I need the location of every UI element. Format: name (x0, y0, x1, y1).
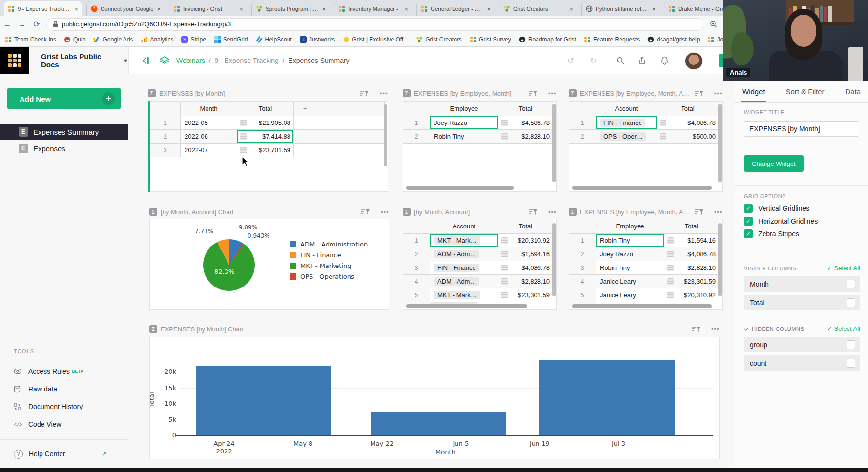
widget-title-input[interactable] (744, 121, 859, 137)
cell[interactable]: $2,828.10 (664, 261, 719, 275)
open-card-icon[interactable] (240, 120, 247, 126)
cell[interactable]: $20,310.92 (664, 288, 719, 302)
doc-switcher[interactable]: Grist Labs Public Docs ▼ (0, 47, 129, 74)
row-number[interactable]: 1 (150, 116, 181, 130)
add-column-button[interactable]: + (294, 102, 316, 116)
bookmark-item[interactable]: SStripe (181, 36, 206, 43)
column-checkbox[interactable] (847, 280, 855, 288)
cell[interactable]: Robin Tiny (596, 234, 664, 247)
widget-menu-icon[interactable]: ••• (381, 208, 389, 216)
column-pill-group[interactable]: group (744, 337, 860, 352)
search-icon[interactable] (616, 56, 627, 67)
column-header[interactable]: Total (498, 102, 553, 116)
bookmark-item[interactable]: dsagal/grist-help (647, 36, 700, 43)
browser-tab[interactable]: Grist Creators× (499, 1, 577, 16)
column-checkbox[interactable] (847, 298, 855, 307)
cell[interactable]: $4,586.78 (498, 116, 553, 130)
bar-2022-05[interactable] (196, 366, 331, 435)
tool-access-rules[interactable]: Access RulesBETA (0, 363, 128, 380)
page-layers-icon[interactable] (159, 56, 170, 65)
sidebar-page-expenses-summary[interactable]: EExpenses Summary (0, 124, 128, 140)
open-card-icon[interactable] (501, 237, 508, 244)
collapse-left-panel-icon[interactable] (141, 56, 150, 65)
row-number[interactable]: 3 (569, 261, 596, 275)
bookmark-item[interactable]: Quip (64, 36, 85, 43)
bookmark-item[interactable]: JJustworks (300, 36, 335, 43)
open-card-icon[interactable] (667, 251, 674, 257)
bookmark-item[interactable]: Google Ads (93, 36, 133, 43)
avatar[interactable] (685, 52, 703, 70)
row-number[interactable]: 5 (569, 288, 596, 302)
vertical-scrollbar[interactable] (718, 223, 722, 296)
tab-close-icon[interactable]: × (322, 5, 326, 13)
vertical-scrollbar[interactable] (552, 104, 556, 182)
row-number[interactable]: 3 (403, 261, 430, 275)
cell[interactable]: $500.00 (657, 130, 719, 144)
hidden-columns-label[interactable]: HIDDEN COLUMNS (744, 326, 804, 332)
back-icon[interactable]: ← (0, 20, 15, 29)
horizontal-scrollbar[interactable] (572, 186, 712, 190)
bookmark-item[interactable]: Team Check-ins (5, 36, 56, 43)
cell[interactable]: Robin Tiny (430, 130, 498, 144)
row-number[interactable]: 2 (403, 247, 430, 261)
row-number[interactable]: 1 (569, 234, 596, 247)
open-card-icon[interactable] (660, 133, 666, 140)
column-checkbox[interactable] (847, 340, 855, 349)
widget-menu-icon[interactable]: ••• (548, 90, 557, 97)
change-widget-button[interactable]: Change Widget (744, 155, 804, 172)
filter-icon[interactable] (360, 90, 369, 97)
undo-icon[interactable]: ↺ (565, 55, 576, 66)
widget-menu-icon[interactable]: ••• (380, 90, 388, 97)
vertical-scrollbar[interactable] (552, 223, 556, 296)
tool-code-view[interactable]: </>Code View (0, 416, 128, 432)
cell[interactable]: $4,086.78 (498, 261, 553, 275)
widget-menu-icon[interactable]: ••• (714, 208, 723, 216)
address-bar[interactable]: public.getgrist.com/rDgc5Zo2Q6CU/9-Expen… (47, 19, 703, 30)
filter-icon[interactable] (528, 90, 537, 97)
column-pill-month[interactable]: Month (744, 276, 860, 292)
cell[interactable]: Joey Razzo (596, 247, 664, 261)
tab-data[interactable]: Data (844, 81, 862, 102)
cell[interactable]: $23,301.59 (498, 288, 553, 302)
grid-option-vertical-gridlines[interactable]: ✓Vertical Gridlines (744, 204, 809, 213)
open-card-icon[interactable] (501, 265, 508, 271)
cell[interactable]: ADM - Adm… (430, 247, 498, 261)
tab-close-icon[interactable]: × (239, 5, 243, 13)
forward-icon[interactable]: → (15, 20, 29, 29)
browser-tab[interactable]: Sprouts Program | Gri× (251, 1, 330, 16)
open-card-icon[interactable] (660, 120, 666, 126)
row-number[interactable]: 5 (403, 288, 430, 302)
select-all-visible[interactable]: ✓ Select All (827, 265, 860, 272)
open-card-icon[interactable] (667, 237, 674, 244)
cell[interactable]: $4,086.78 (664, 247, 719, 261)
open-card-icon[interactable] (501, 120, 508, 126)
open-card-icon[interactable] (667, 265, 674, 271)
notifications-bell-icon[interactable] (660, 56, 671, 66)
row-number[interactable]: 2 (569, 130, 596, 144)
widget-menu-icon[interactable]: ••• (548, 208, 557, 216)
widget-menu-icon[interactable]: ••• (711, 326, 720, 333)
open-card-icon[interactable] (501, 278, 508, 285)
cell[interactable]: Robin Tiny (596, 261, 664, 275)
column-pill-count[interactable]: count (744, 355, 860, 371)
browser-tab[interactable]: *Connect your Google× (86, 1, 165, 16)
tool-document-history[interactable]: Document History (0, 398, 128, 415)
bookmark-item[interactable]: Roadmap for Grist (519, 36, 576, 43)
row-number[interactable]: 1 (403, 116, 430, 130)
zoom-icon[interactable] (710, 21, 718, 28)
browser-tab[interactable]: General Ledger - Grist× (416, 1, 495, 16)
cell[interactable]: 2022-07 (181, 144, 237, 157)
row-number[interactable]: 1 (403, 234, 430, 247)
cell[interactable]: FIN - Finance (596, 116, 657, 130)
column-header[interactable]: Employee (430, 102, 498, 116)
column-pill-total[interactable]: Total (744, 295, 860, 310)
filter-icon[interactable] (694, 90, 703, 97)
browser-tab[interactable]: Python strftime refere× (581, 1, 660, 16)
sidebar-page-expenses[interactable]: EExpenses (0, 141, 128, 156)
cell[interactable]: ADM - Adm… (430, 275, 498, 288)
tab-sort-filter[interactable]: Sort & Filter (785, 81, 825, 102)
column-header[interactable]: Account (596, 102, 657, 116)
grid-option-zebra-stripes[interactable]: ✓Zebra Stripes (744, 229, 799, 238)
filter-icon[interactable] (528, 208, 537, 216)
cell[interactable]: Janice Leary (596, 288, 664, 302)
